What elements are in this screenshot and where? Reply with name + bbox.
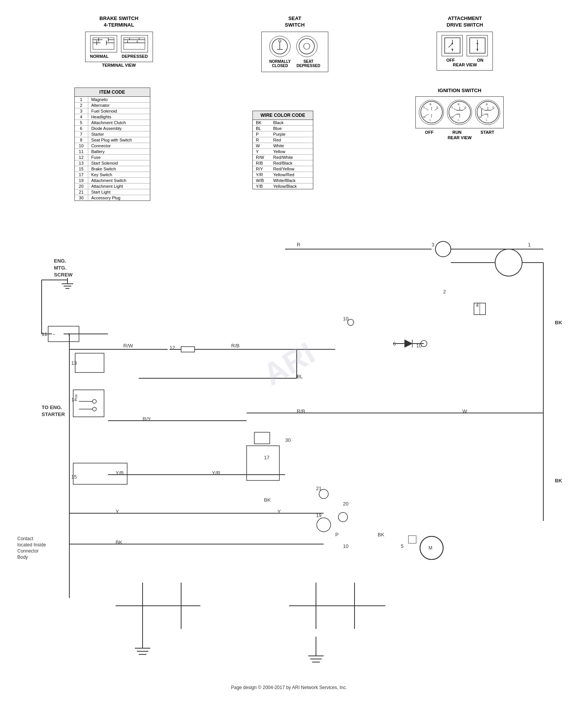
item-desc: Fuse xyxy=(88,155,150,160)
ignition-circle-run: S B G M L xyxy=(447,100,472,125)
item-code-row: 1 Magneto xyxy=(75,97,150,103)
seat-circle-depressed xyxy=(296,36,318,57)
svg-text:L: L xyxy=(430,118,431,121)
wire-name: Purple xyxy=(273,132,304,136)
svg-text:R: R xyxy=(297,242,300,248)
ignition-diagram: S B G M L xyxy=(415,96,504,128)
item-num: 15 xyxy=(75,166,88,172)
item-code-row: 4 Headlights xyxy=(75,114,150,120)
item-code-row: 10 Connector xyxy=(75,143,150,149)
svg-point-170 xyxy=(319,489,328,499)
svg-text:S: S xyxy=(423,106,425,109)
svg-rect-172 xyxy=(408,536,416,543)
ignition-circle-start: S B G M L xyxy=(475,100,500,125)
item-num: 8 xyxy=(75,137,88,143)
seat-switch-diagram: NORMALLYCLOSED SEATDEPRESSED xyxy=(261,32,328,72)
svg-text:BK: BK xyxy=(378,532,385,538)
svg-text:L: L xyxy=(486,118,487,121)
svg-text:M: M xyxy=(451,116,454,118)
svg-line-45 xyxy=(425,114,428,116)
svg-text:Connector: Connector xyxy=(17,548,39,554)
item-desc: Alternator xyxy=(88,103,150,108)
attachment-drive-diagram: OFF ON REAR VIEW xyxy=(437,32,493,71)
wire-color-row: Y/B Yellow/Black xyxy=(253,184,313,189)
svg-text:M: M xyxy=(428,545,432,551)
wire-code: R xyxy=(256,138,273,142)
svg-text:STARTER: STARTER xyxy=(42,411,65,417)
svg-point-61 xyxy=(477,101,499,123)
item-num: 21 xyxy=(75,189,88,195)
item-code-row: 21 Start Light xyxy=(75,189,150,195)
svg-text:8: 8 xyxy=(75,394,77,398)
svg-text:B: B xyxy=(430,103,432,106)
item-code-row: 5 Attachment Clutch xyxy=(75,120,150,126)
seat-switch-box: SEATSWITCH xyxy=(261,15,328,72)
svg-point-188 xyxy=(348,319,354,325)
item-code-header: ITEM CODE xyxy=(75,88,150,97)
seat-labels: NORMALLYCLOSED SEATDEPRESSED xyxy=(269,59,320,68)
brake-switch-title: BRAKE SWITCH4-TERMINAL xyxy=(85,15,153,29)
svg-text:P: P xyxy=(335,532,339,538)
wire-code: R/W xyxy=(256,155,273,160)
wire-color-rows: BK Black BL Blue P Purple R Red W White … xyxy=(253,120,313,189)
att-off-label: OFF xyxy=(446,58,455,62)
item-num: 2 xyxy=(75,103,88,108)
svg-text:MTG.: MTG. xyxy=(54,265,67,271)
ignition-off-label: OFF xyxy=(425,130,434,135)
brake-switch-diagram: NORMAL DEPRESSED xyxy=(85,32,153,62)
item-desc: Brake Switch xyxy=(88,166,150,172)
svg-text:2: 2 xyxy=(443,289,446,295)
svg-point-162 xyxy=(92,399,96,403)
ignition-start-label: START xyxy=(481,130,494,135)
item-desc: Fuel Solenoid xyxy=(88,108,150,114)
svg-text:S: S xyxy=(479,106,481,109)
svg-text:SCREW: SCREW xyxy=(54,272,73,278)
wire-name: White/Black xyxy=(273,178,304,183)
svg-line-67 xyxy=(482,108,485,110)
item-code-table: ITEM CODE 1 Magneto 2 Alternator 3 Fuel … xyxy=(74,88,150,201)
item-num: 7 xyxy=(75,131,88,137)
svg-rect-76 xyxy=(12,216,566,671)
ignition-title: IGNITION SWITCH xyxy=(415,88,504,93)
item-desc: Accessory Plug xyxy=(88,195,150,201)
svg-text:15: 15 xyxy=(71,474,77,480)
svg-text:L: L xyxy=(458,118,459,121)
wire-color-row: R/W Red/White xyxy=(253,155,313,160)
svg-text:BK: BK xyxy=(264,497,271,503)
svg-rect-165 xyxy=(75,353,104,372)
wire-color-row: W White xyxy=(253,143,313,149)
item-desc: Attachment Switch xyxy=(88,178,150,183)
svg-text:30: 30 xyxy=(285,437,291,443)
svg-text:located Inside: located Inside xyxy=(17,542,46,548)
svg-text:1: 1 xyxy=(528,242,531,248)
item-code-row: 11 Battery xyxy=(75,149,150,155)
svg-point-102 xyxy=(435,241,451,257)
item-num: 11 xyxy=(75,149,88,154)
seat-normally-closed-label: NORMALLYCLOSED xyxy=(269,59,291,68)
item-code-row: 12 Fuse xyxy=(75,155,150,160)
item-code-row: 20 Attachment Light xyxy=(75,184,150,189)
item-code-row: 8 Seat Plug with Switch xyxy=(75,137,150,143)
seat-depressed-label: SEATDEPRESSED xyxy=(297,59,321,68)
middle-section: ITEM CODE 1 Magneto 2 Alternator 3 Fuel … xyxy=(8,84,570,205)
attachment-drive-switch-title: ATTACHMENTDRIVE SWITCH xyxy=(437,15,493,29)
brake-terminal-depressed xyxy=(121,35,148,52)
wire-code: Y/R xyxy=(256,172,273,177)
wire-name: Black xyxy=(273,120,304,125)
svg-point-169 xyxy=(338,512,348,522)
svg-line-42 xyxy=(425,108,428,110)
wire-name: Red/White xyxy=(273,155,304,160)
svg-line-29 xyxy=(449,44,452,47)
svg-text:−: − xyxy=(53,332,55,337)
svg-point-47 xyxy=(449,101,470,123)
svg-point-36 xyxy=(421,101,442,123)
svg-text:17: 17 xyxy=(264,455,269,460)
wire-color-row: R Red xyxy=(253,137,313,143)
item-num: 3 xyxy=(75,108,88,114)
wire-name: Red xyxy=(273,138,304,142)
wire-color-table: WIRE COLOR CODE BK Black BL Blue P Purpl… xyxy=(252,111,313,189)
item-code-rows: 1 Magneto 2 Alternator 3 Fuel Solenoid 4… xyxy=(75,97,150,201)
wire-color-row: W/B White/Black xyxy=(253,178,313,184)
wire-color-row: Y Yellow xyxy=(253,149,313,155)
svg-text:R/W: R/W xyxy=(123,343,133,349)
